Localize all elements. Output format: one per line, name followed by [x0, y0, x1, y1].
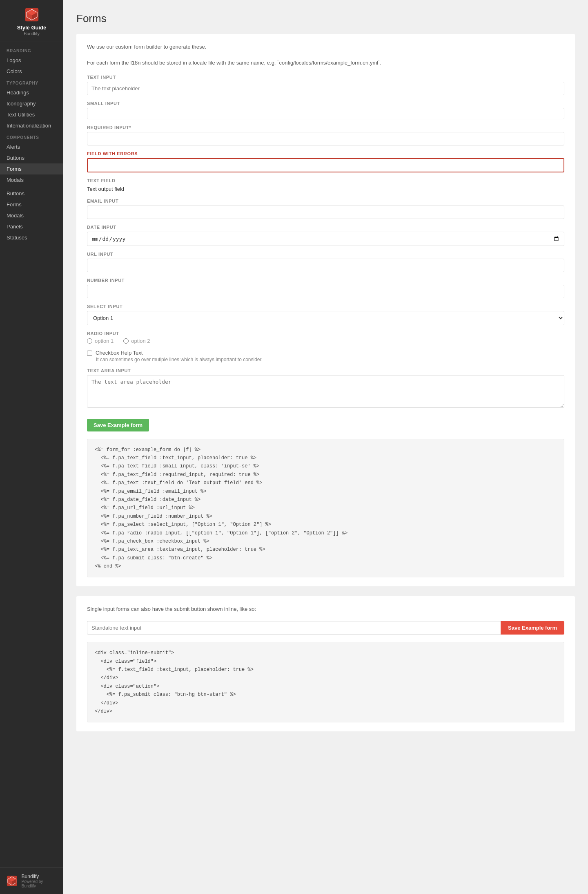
- card-desc-line2: For each form the I18n should be stored …: [87, 59, 564, 67]
- sidebar-item-buttons2[interactable]: Buttons: [0, 188, 63, 199]
- small-input-label: SMALL INPUT: [87, 101, 564, 106]
- small-input[interactable]: [87, 108, 564, 119]
- checkbox-group: Checkbox Help Text It can sometimes go o…: [87, 350, 564, 362]
- select-input-label: SELECT INPUT: [87, 304, 564, 309]
- card-desc-line1: We use our custom form builder to genera…: [87, 43, 564, 51]
- text-field-group: TEXT FIELD Text output field: [87, 178, 564, 193]
- sidebar-item-headings[interactable]: Headings: [0, 87, 63, 98]
- sidebar: Style Guide Bundlify BRANDING Logos Colo…: [0, 0, 63, 894]
- url-input-label: URL INPUT: [87, 252, 564, 257]
- sidebar-item-panels[interactable]: Panels: [0, 221, 63, 232]
- main-content: Forms We use our custom form builder to …: [63, 0, 588, 894]
- sidebar-bottom-logo-icon: [7, 875, 18, 887]
- sidebar-brand-title: Style Guide: [17, 25, 47, 31]
- required-input[interactable]: [87, 132, 564, 145]
- url-input-group: URL INPUT: [87, 252, 564, 272]
- radio-option-2-label[interactable]: option 2: [123, 338, 150, 344]
- sidebar-item-text-utilities[interactable]: Text Utilities: [0, 109, 63, 120]
- date-input-label: DATE INPUT: [87, 225, 564, 230]
- checkbox-help-text: It can sometimes go over mutiple lines w…: [96, 357, 564, 362]
- number-input[interactable]: [87, 285, 564, 298]
- radio-input-group: RADIO INPUT option 1 option 2: [87, 331, 564, 344]
- inline-code-block: <div class="inline-submit"> <div class="…: [87, 642, 564, 722]
- date-input[interactable]: [87, 232, 564, 246]
- field-with-errors-label: FIELD WITH ERRORS: [87, 151, 564, 156]
- inline-card-desc: Single input forms can also have the sub…: [87, 605, 564, 614]
- required-input-group: REQUIRED INPUT*: [87, 125, 564, 145]
- text-input-label: TEXT INPUT: [87, 75, 564, 80]
- sidebar-item-modals2[interactable]: Modals: [0, 210, 63, 221]
- required-input-label: REQUIRED INPUT*: [87, 125, 564, 130]
- sidebar-brand-name: Bundlify: [22, 874, 57, 879]
- text-input[interactable]: [87, 82, 564, 95]
- page-title: Forms: [76, 12, 575, 25]
- email-input[interactable]: [87, 206, 564, 219]
- sidebar-item-statuses[interactable]: Statuses: [0, 232, 63, 243]
- radio-option-2[interactable]: [123, 338, 129, 344]
- sidebar-item-modals[interactable]: Modals: [0, 174, 63, 186]
- sidebar-item-internationalization[interactable]: Internationalization: [0, 120, 63, 131]
- section-label-branding: BRANDING: [0, 45, 63, 55]
- section-label-typography: TYPOGRAPHY: [0, 77, 63, 87]
- text-field-output: Text output field: [87, 185, 564, 193]
- number-input-label: NUMBER INPUT: [87, 278, 564, 283]
- checkbox-text: Checkbox Help Text: [96, 350, 143, 356]
- sidebar-item-forms2[interactable]: Forms: [0, 199, 63, 210]
- sidebar-item-forms[interactable]: Forms: [0, 163, 63, 174]
- inline-text-input[interactable]: [87, 621, 501, 635]
- radio-option-1-label[interactable]: option 1: [87, 338, 114, 344]
- field-with-errors-input[interactable]: [87, 158, 564, 172]
- textarea-input-label: TEXT AREA INPUT: [87, 368, 564, 373]
- logo-area: Style Guide Bundlify: [0, 0, 63, 42]
- sidebar-item-logos[interactable]: Logos: [0, 55, 63, 66]
- date-input-group: DATE INPUT: [87, 225, 564, 246]
- inline-save-button[interactable]: Save Example form: [501, 621, 564, 635]
- sidebar-item-buttons[interactable]: Buttons: [0, 152, 63, 163]
- small-input-group: SMALL INPUT: [87, 101, 564, 119]
- email-input-group: EMAIL INPUT: [87, 199, 564, 219]
- sidebar-item-iconography[interactable]: Iconography: [0, 98, 63, 109]
- number-input-group: NUMBER INPUT: [87, 278, 564, 298]
- field-with-errors-group: FIELD WITH ERRORS: [87, 151, 564, 172]
- form-code-block: <%= form_for :example_form do |f| %> <%=…: [87, 439, 564, 578]
- radio-option-1-text: option 1: [95, 338, 114, 344]
- sidebar-item-alerts[interactable]: Alerts: [0, 141, 63, 152]
- text-input-group: TEXT INPUT: [87, 75, 564, 95]
- sidebar-item-colors[interactable]: Colors: [0, 66, 63, 77]
- sidebar-brand-subtitle: Bundlify: [24, 31, 40, 36]
- url-input[interactable]: [87, 259, 564, 272]
- section-label-components: COMPONENTS: [0, 131, 63, 141]
- inline-submit-group: Save Example form: [87, 621, 564, 635]
- checkbox-label[interactable]: Checkbox Help Text: [87, 350, 564, 356]
- textarea-input[interactable]: [87, 375, 564, 408]
- radio-option-2-text: option 2: [131, 338, 150, 344]
- textarea-input-group: TEXT AREA INPUT: [87, 368, 564, 409]
- radio-group: option 1 option 2: [87, 338, 564, 344]
- select-input-group: SELECT INPUT Option 1 Option 2: [87, 304, 564, 325]
- main-form-card: We use our custom form builder to genera…: [76, 34, 575, 586]
- text-field-label: TEXT FIELD: [87, 178, 564, 183]
- email-input-label: EMAIL INPUT: [87, 199, 564, 203]
- brand-logo-icon: [24, 7, 39, 22]
- sidebar-bottom-text-group: Bundlify Powered by Bundlify: [22, 874, 57, 888]
- sidebar-bottom: Bundlify Powered by Bundlify: [0, 867, 63, 894]
- inline-form-card: Single input forms can also have the sub…: [76, 596, 575, 731]
- save-example-form-button[interactable]: Save Example form: [87, 419, 149, 431]
- select-input[interactable]: Option 1 Option 2: [87, 311, 564, 325]
- radio-input-label: RADIO INPUT: [87, 331, 564, 336]
- radio-option-1[interactable]: [87, 338, 92, 344]
- checkbox-input[interactable]: [87, 351, 92, 356]
- sidebar-powered-by: Powered by Bundlify: [22, 879, 57, 888]
